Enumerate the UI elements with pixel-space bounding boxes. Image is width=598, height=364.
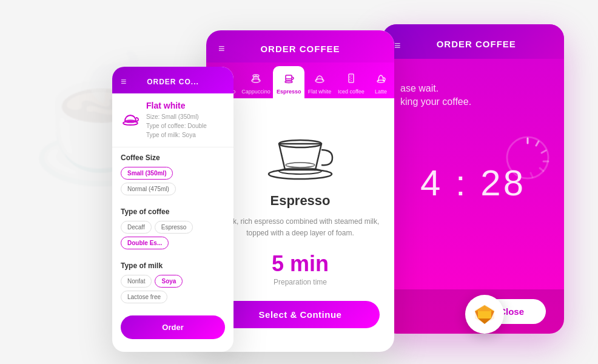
flat-white-summary-icon bbox=[121, 110, 140, 131]
milk-type-label: Type of milk bbox=[121, 261, 225, 270]
waiting-body: ase wait. king your coffee. bbox=[382, 59, 564, 126]
waiting-header: ≡ ORDER COFFEE bbox=[382, 24, 564, 59]
sketch-logo bbox=[473, 303, 496, 326]
nonfat-pill[interactable]: Nonfat bbox=[121, 275, 152, 288]
cappuccino-icon bbox=[249, 71, 263, 87]
tab-flat-white[interactable]: Flat white bbox=[304, 66, 335, 98]
order-form-header: ≡ ORDER CO... bbox=[112, 67, 233, 93]
svg-line-5 bbox=[540, 168, 543, 171]
espresso-body: Espresso Dark, rich espresso combined wi… bbox=[206, 98, 394, 340]
select-continue-button[interactable]: Select & Continue bbox=[221, 301, 380, 328]
latte-icon bbox=[374, 71, 388, 87]
double-espresso-pill[interactable]: Double Es... bbox=[121, 237, 169, 249]
prep-label: Preparation time bbox=[274, 278, 327, 286]
tab-cappuccino[interactable]: Cappuccino bbox=[238, 66, 273, 98]
wait-text-2: king your coffee. bbox=[400, 96, 471, 107]
card-order-form: ≡ ORDER CO... Flat white Size: Small (35… bbox=[112, 67, 233, 352]
milk-type-pill-group: Nonfat Soya Lactose free bbox=[121, 275, 225, 303]
svg-marker-28 bbox=[478, 311, 491, 318]
hamburger-icon-front[interactable]: ≡ bbox=[121, 76, 126, 87]
prep-time: 5 min bbox=[272, 251, 329, 277]
size-label: Coffee Size bbox=[121, 153, 225, 162]
card-waiting: ≡ ORDER COFFEE ase wait. king your coffe… bbox=[382, 24, 564, 334]
svg-line-6 bbox=[531, 173, 532, 177]
milk-type-section: Type of milk Nonfat Soya Lactose free bbox=[112, 255, 233, 309]
coffee-tabs: Americano Cappuccino Espres bbox=[206, 62, 394, 98]
espresso-tab-icon bbox=[282, 71, 295, 87]
coffee-type-label: Type of coffee bbox=[121, 207, 225, 216]
wait-text-1: ase wait. bbox=[400, 83, 438, 94]
hamburger-icon-back[interactable]: ≡ bbox=[394, 40, 401, 51]
tab-iced-coffee-label: Iced coffee bbox=[338, 89, 365, 95]
iced-coffee-icon bbox=[344, 71, 358, 87]
order-summary: Flat white Size: Small (350ml) Type of c… bbox=[112, 93, 233, 147]
hamburger-icon-mid[interactable]: ≡ bbox=[218, 42, 225, 55]
tab-espresso-label: Espresso bbox=[277, 89, 301, 95]
order-summary-info: Flat white Size: Small (350ml) Type of c… bbox=[146, 101, 207, 140]
order-item-name: Flat white bbox=[146, 101, 207, 110]
espresso-cup-large bbox=[261, 116, 340, 183]
tab-iced-coffee[interactable]: Iced coffee bbox=[335, 66, 368, 98]
sketch-badge bbox=[465, 295, 504, 334]
flat-white-icon bbox=[313, 71, 326, 87]
svg-rect-10 bbox=[286, 75, 292, 81]
order-item-coffee: Type of coffee: Double bbox=[146, 121, 207, 130]
lactose-free-pill[interactable]: Lactose free bbox=[121, 291, 167, 303]
tab-espresso[interactable]: Espresso bbox=[273, 66, 304, 98]
tab-flat-white-label: Flat white bbox=[308, 89, 332, 95]
order-form-title: ORDER CO... bbox=[147, 78, 199, 86]
espresso-title: ORDER COFFEE bbox=[260, 44, 340, 54]
svg-line-3 bbox=[542, 150, 546, 153]
order-item-milk: Type of milk: Soya bbox=[146, 130, 207, 140]
decaff-pill[interactable]: Decaff bbox=[121, 221, 152, 234]
svg-point-22 bbox=[123, 121, 138, 125]
size-pill-group: Small (350ml) Normal (475ml) bbox=[121, 167, 225, 195]
size-small-pill[interactable]: Small (350ml) bbox=[121, 167, 173, 180]
svg-point-21 bbox=[286, 163, 315, 167]
svg-point-12 bbox=[285, 81, 292, 83]
espresso-name: Espresso bbox=[270, 193, 330, 209]
card-espresso-detail: ≡ ORDER COFFEE Americano Cappu bbox=[206, 30, 394, 352]
coffee-type-section: Type of coffee Decaff Espresso Double Es… bbox=[112, 201, 233, 255]
coffee-type-pill-group: Decaff Espresso Double Es... bbox=[121, 221, 225, 249]
order-button[interactable]: Order bbox=[121, 315, 225, 339]
coffee-size-section: Coffee Size Small (350ml) Normal (475ml) bbox=[112, 147, 233, 201]
svg-line-2 bbox=[536, 141, 539, 146]
espresso-header: ≡ ORDER COFFEE bbox=[206, 30, 394, 62]
waiting-title: ORDER COFFEE bbox=[394, 39, 552, 49]
espresso-pill[interactable]: Espresso bbox=[155, 221, 193, 234]
tab-latte-label: Latte bbox=[375, 89, 387, 95]
soya-pill[interactable]: Soya bbox=[155, 275, 183, 288]
tab-latte[interactable]: Latte bbox=[368, 66, 394, 98]
spinner-svg bbox=[503, 133, 552, 182]
espresso-description: Dark, rich espresso combined with steame… bbox=[221, 216, 380, 239]
size-normal-pill[interactable]: Normal (475ml) bbox=[121, 183, 176, 195]
order-item-size: Size: Small (350ml) bbox=[146, 112, 207, 121]
tab-cappuccino-label: Cappuccino bbox=[241, 89, 270, 95]
